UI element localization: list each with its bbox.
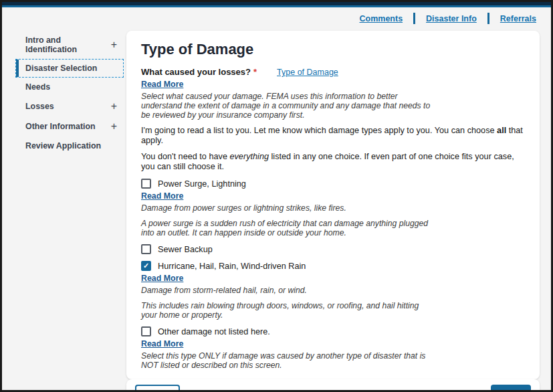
required-marker: * xyxy=(253,67,257,77)
checkbox-label[interactable]: Hurricane, Hail, Rain, Wind-driven Rain xyxy=(158,262,306,271)
checkbox-description: A power surge is a sudden rush of electr… xyxy=(141,219,525,237)
sidebar-item-other-information[interactable]: Other Information + xyxy=(15,116,124,136)
plus-icon[interactable]: + xyxy=(111,101,117,112)
checkbox-row[interactable]: ✓ Sewer Backup xyxy=(141,244,525,254)
checkbox-description: This includes rain blowing through doors… xyxy=(141,301,525,320)
read-more-link[interactable]: Read More xyxy=(141,339,183,349)
sidebar-item-losses[interactable]: Losses + xyxy=(15,96,124,116)
question-row: What caused your losses? * Type of Damag… xyxy=(141,67,525,77)
checkbox-label[interactable]: Power Surge, Lightning xyxy=(158,179,246,189)
divider xyxy=(487,13,489,24)
checkbox-row[interactable]: ✓ Hurricane, Hail, Rain, Wind-driven Rai… xyxy=(141,261,525,271)
checkbox-group-hurricane: ✓ Hurricane, Hail, Rain, Wind-driven Rai… xyxy=(141,261,525,320)
footer-bar: Back Next xyxy=(126,379,540,390)
header-link-comments[interactable]: Comments xyxy=(359,14,403,23)
read-more-link[interactable]: Read More xyxy=(141,274,183,283)
checkbox-label[interactable]: Other damage not listed here. xyxy=(158,327,270,336)
checkbox-group-sewer-backup: ✓ Sewer Backup xyxy=(141,244,525,254)
intro-1-bold: all xyxy=(497,126,506,135)
app-window: Comments Disaster Info Referrals Intro a… xyxy=(0,0,553,392)
intro-2-italic: everything xyxy=(229,152,269,161)
page-title: Type of Damage xyxy=(141,41,525,58)
back-button[interactable]: Back xyxy=(135,385,180,390)
body-row: Intro and Identification + Disaster Sele… xyxy=(2,29,551,390)
checkbox-row[interactable]: ✓ Power Surge, Lightning xyxy=(141,179,525,189)
intro-2-pre: You don't need to have xyxy=(141,152,229,161)
intro-paragraph-2: You don't need to have everything listed… xyxy=(141,152,525,172)
sidebar-item-review-application[interactable]: Review Application xyxy=(15,136,124,155)
active-indicator xyxy=(16,60,19,77)
checkbox-description: Damage from power surges or lightning st… xyxy=(141,203,525,213)
sidebar-item-label: Losses xyxy=(25,102,54,111)
question-label: What caused your losses? xyxy=(141,67,251,77)
intro-1-pre: I'm going to read a list to you. Let me … xyxy=(141,126,497,135)
checkbox-description: Select this type ONLY if damage was caus… xyxy=(141,351,525,370)
plus-icon[interactable]: + xyxy=(111,39,117,50)
checkbox-group-other-damage: ✓ Other damage not listed here. Read Mor… xyxy=(141,326,525,370)
type-of-damage-link[interactable]: Type of Damage xyxy=(277,68,338,77)
sidebar-item-label: Other Information xyxy=(25,122,96,131)
sidebar-item-label: Disaster Selection xyxy=(25,64,97,73)
question-description: Select what caused your damage. FEMA use… xyxy=(141,92,525,120)
checkmark-icon: ✓ xyxy=(143,262,149,270)
sidebar-item-disaster-selection[interactable]: Disaster Selection xyxy=(15,59,124,78)
read-more-link[interactable]: Read More xyxy=(141,191,183,201)
sidebar: Intro and Identification + Disaster Sele… xyxy=(15,29,124,390)
intro-paragraph-1: I'm going to read a list to you. Let me … xyxy=(141,126,525,146)
header: Comments Disaster Info Referrals xyxy=(2,7,551,29)
header-link-referrals[interactable]: Referrals xyxy=(500,14,536,23)
sidebar-item-label: Needs xyxy=(25,82,50,92)
checkbox-sewer-backup[interactable]: ✓ xyxy=(141,244,151,254)
plus-icon[interactable]: + xyxy=(111,121,117,132)
checkbox-hurricane[interactable]: ✓ xyxy=(141,261,151,271)
sidebar-item-label: Review Application xyxy=(25,141,101,151)
checkbox-other-damage[interactable]: ✓ xyxy=(141,326,151,336)
divider xyxy=(413,13,415,24)
checkbox-group-power-surge: ✓ Power Surge, Lightning Read More Damag… xyxy=(141,179,525,237)
checkbox-description: Damage from storm-related hail, rain, or… xyxy=(141,286,525,295)
sidebar-item-needs[interactable]: Needs xyxy=(15,78,124,96)
sidebar-item-label: Intro and Identification xyxy=(25,35,111,54)
checkbox-row[interactable]: ✓ Other damage not listed here. xyxy=(141,326,525,336)
sidebar-item-intro-and-identification[interactable]: Intro and Identification + xyxy=(15,31,124,59)
main-column: Type of Damage What caused your losses? … xyxy=(126,29,540,390)
question-read-more-link[interactable]: Read More xyxy=(141,80,183,89)
next-button[interactable]: Next xyxy=(491,385,531,390)
checkbox-label[interactable]: Sewer Backup xyxy=(158,245,213,254)
checkbox-power-surge[interactable]: ✓ xyxy=(141,179,151,189)
main-card: Type of Damage What caused your losses? … xyxy=(126,31,540,379)
header-link-disaster-info[interactable]: Disaster Info xyxy=(426,14,477,23)
